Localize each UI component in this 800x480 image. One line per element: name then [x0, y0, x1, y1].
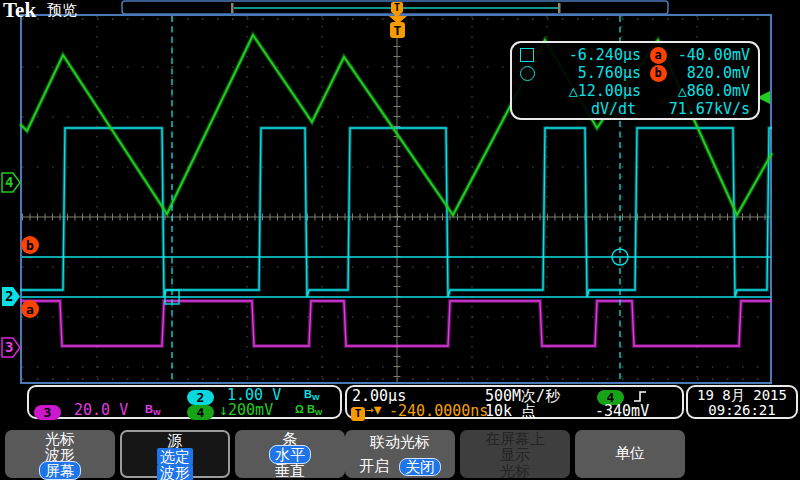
menu-onscreen-line2: 显示: [460, 447, 570, 463]
menu-source-value-line1: 选定: [157, 448, 193, 465]
trigger-delay-arrows-icon: →▼: [366, 402, 382, 417]
horizontal-readout-box: 2.00µs 500M次/秒 4 T →▼ -240.0000ns 10k 点 …: [345, 385, 684, 419]
cursor-readout-box: -6.240µs a -40.00mV 5.760µs b 820.0mV △1…: [510, 41, 760, 120]
cursor-b-value: 820.0mV: [675, 64, 750, 82]
cursor-a-square-icon: [520, 48, 534, 62]
channel-readout-box: 2 1.00 V BW 3 20.0 V BW 4 ↓200mV Ω BW: [27, 385, 342, 419]
menu-cursors-option-screen: 屏幕: [39, 461, 81, 480]
menu-linked-option-off: 关闭: [399, 458, 441, 476]
menu-onscreen-line3: 光标: [460, 463, 570, 479]
trigger-position-flag[interactable]: T: [389, 16, 407, 38]
dvdt-value: 71.67kV/s: [669, 100, 750, 118]
cursor-b-badge-icon: b: [650, 65, 667, 82]
menu-button-onscreen-cursors: 在屏幕上 显示 光标: [460, 430, 570, 478]
ch2-bandwidth-icon: BW: [304, 388, 320, 402]
ch4-impedance-bandwidth-icon: Ω BW: [295, 403, 322, 417]
window-bracket-right[interactable]: [558, 3, 561, 13]
window-bracket-left[interactable]: [231, 3, 234, 13]
dvdt-label: dV/dt: [545, 100, 636, 118]
menu-source-value-line2: 波形: [157, 464, 193, 480]
cursor-a-value: -40.00mV: [675, 46, 750, 64]
oscilloscope-screen: { "header": { "logo": "Tek", "mode_label…: [0, 0, 800, 480]
ch4-marker-label: 4: [5, 174, 13, 190]
ch3-badge[interactable]: 3: [34, 405, 61, 420]
cursor-b-badge-letter: b: [26, 238, 34, 253]
ch2-marker-label: 2: [5, 288, 13, 304]
ch3-bandwidth-icon: BW: [145, 403, 161, 417]
ch3-scale: 20.0 V: [74, 402, 128, 418]
waveform-ch2: [20, 128, 772, 297]
menu-source-title: 源: [122, 433, 228, 449]
waveform-ch3: [20, 301, 772, 346]
trigger-t-icon: T: [351, 407, 365, 421]
time: 09:26:21: [688, 403, 796, 418]
trigger-level: -340mV: [595, 402, 649, 420]
cursor-a-badge-letter: a: [26, 302, 34, 317]
datetime-box: 19 8月 2015 09:26:21: [686, 385, 798, 419]
menu-bars-option-vertical: 垂直: [235, 463, 345, 479]
menu-units-title: 单位: [575, 445, 685, 461]
date: 19 8月 2015: [688, 388, 796, 403]
cursor-a-time: -6.240µs: [546, 46, 641, 64]
menu-cursors-title: 光标: [5, 431, 115, 447]
trigger-flag-letter: T: [394, 23, 402, 38]
cursor-delta-time: △12.00µs: [546, 82, 641, 100]
menu-button-cursors[interactable]: 光标 波形 屏幕: [5, 430, 115, 478]
menu-button-units[interactable]: 单位: [575, 430, 685, 478]
cursor-b-circle-icon: [520, 66, 535, 81]
menu-button-bars[interactable]: 条 水平 垂直: [235, 430, 345, 478]
cursor-b-time: 5.760µs: [546, 64, 641, 82]
menu-linked-title: 联动光标: [345, 434, 455, 450]
menu-linked-option-on: 开启: [359, 458, 389, 476]
ch3-marker-label: 3: [5, 339, 13, 355]
menu-button-linked-cursors[interactable]: 联动光标 开启 关闭: [345, 430, 455, 478]
record-trigger-letter: T: [394, 2, 400, 13]
tek-logo: Tek: [3, 0, 36, 23]
cursor-a-badge-icon: a: [650, 47, 667, 64]
cursor-delta-value: △860.0mV: [675, 82, 750, 100]
acquisition-status: 预览: [47, 1, 77, 20]
record-length: 10k 点: [485, 402, 536, 421]
ch4-badge[interactable]: 4: [187, 405, 214, 420]
menu-button-source[interactable]: 源 选定 波形: [120, 430, 230, 478]
menu-onscreen-line1: 在屏幕上: [460, 431, 570, 447]
trigger-delay: -240.0000ns: [389, 402, 488, 420]
ch4-scale: ↓200mV: [219, 402, 273, 418]
